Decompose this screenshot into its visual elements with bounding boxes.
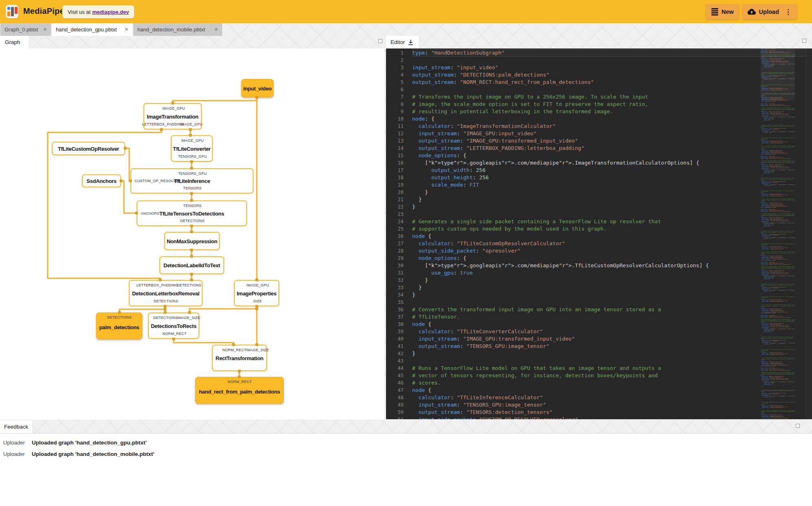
code-line-26[interactable]: 26node { xyxy=(386,233,812,240)
expand-graph-panel-icon[interactable] xyxy=(378,39,382,43)
code-line-9[interactable]: 9# resulting in potential letterboxing i… xyxy=(386,108,812,115)
code-line-15[interactable]: 15 node_options: { xyxy=(386,152,812,159)
code-line-44[interactable]: 44# Runs a TensorFlow Lite model on GPU … xyxy=(386,365,812,372)
code-line-5[interactable]: 5output_stream: "NORM_RECT:hand_rect_fro… xyxy=(386,79,812,86)
code-line-37[interactable]: 37# TfLiteTensor. xyxy=(386,313,812,321)
graph-canvas[interactable]: input_videoIMAGE_GPULETTERBOX_PADDINGIMA… xyxy=(0,48,384,420)
node-label: RectTransformation xyxy=(213,355,266,361)
graph-node-ImageProperties[interactable]: IMAGE_GPUSIZEImageProperties xyxy=(234,280,279,306)
kebab-menu-icon[interactable]: ⋮ xyxy=(785,9,792,15)
feedback-source: Uploader xyxy=(0,440,29,446)
expand-editor-panel-icon[interactable] xyxy=(802,39,806,43)
code-line-33[interactable]: 33 } xyxy=(386,284,812,291)
code-line-36[interactable]: 36# Converts the transformed input image… xyxy=(386,306,812,313)
code-line-48[interactable]: 48 calculator: "TfLiteInferenceCalculato… xyxy=(386,394,812,401)
code-line-35[interactable]: 35 xyxy=(386,299,812,306)
code-line-45[interactable]: 45# vector of tensors representing, for … xyxy=(386,372,812,379)
code-line-43[interactable]: 43 xyxy=(386,357,812,365)
tab-hand-detection-gpu-pbtxt[interactable]: hand_detection_gpu.pbtxt ✕ xyxy=(52,23,132,36)
code-line-8[interactable]: 8# image, the scale_mode option is set t… xyxy=(386,101,812,108)
code-line-14[interactable]: 14 output_stream: "LETTERBOX_PADDING:let… xyxy=(386,145,812,152)
code-line-50[interactable]: 50 output_stream: "TENSORS:detection_ten… xyxy=(386,409,812,416)
code-line-51[interactable]: 51 input_side_packet: "CUSTOM_OP_RESOLVE… xyxy=(386,416,812,419)
code-line-34[interactable]: 34} xyxy=(386,291,812,299)
port-label: DETECTIONS xyxy=(153,316,178,320)
code-line-40[interactable]: 40 input_stream: "IMAGE_GPU:transformed_… xyxy=(386,335,812,343)
editor-scrollbar[interactable] xyxy=(806,48,812,419)
tab-editor[interactable]: Editor xyxy=(386,36,419,48)
code-line-11[interactable]: 11 calculator: "ImageTransformationCalcu… xyxy=(386,123,812,130)
graph-node-DetectionLetterboxRemoval[interactable]: LETTERBOX_PADDINGDETECTIONSDETECTIONSDet… xyxy=(129,280,203,306)
code-line-28[interactable]: 28 output_side_packet: "opresolver" xyxy=(386,247,812,255)
graph-node-TfLiteInference[interactable]: TENSORS_GPUTENSORSCUSTOM_OP_RESOLVERTfLi… xyxy=(130,168,254,194)
graph-node-input_video[interactable]: input_video xyxy=(241,79,274,97)
graph-node-hand_rect_from_palm_detections[interactable]: NORM_RECThand_rect_from_palm_detections xyxy=(195,377,284,404)
upload-button[interactable]: Upload ⋮ xyxy=(742,4,797,20)
code-line-29[interactable]: 29 node_options: { xyxy=(386,255,812,262)
node-label: palm_detections xyxy=(97,324,142,330)
code-line-47[interactable]: 47node { xyxy=(386,387,812,394)
close-icon[interactable]: ✕ xyxy=(121,27,128,32)
tab-graph-view[interactable]: Graph xyxy=(0,36,29,48)
graph-node-TfLiteTensorsToDetections[interactable]: TENSORSDETECTIONSANCHORSTfLiteTensorsToD… xyxy=(137,200,247,226)
code-line-32[interactable]: 32 } xyxy=(386,277,812,284)
port-label: DETECTIONS xyxy=(180,219,205,223)
code-line-23[interactable]: 23 xyxy=(386,211,812,218)
graph-node-ImageTransformation[interactable]: IMAGE_GPULETTERBOX_PADDINGIMAGE_GPUImage… xyxy=(143,103,202,130)
graph-node-DetectionLabelIdToText[interactable]: DetectionLabelIdToText xyxy=(159,256,224,274)
line-number: 14 xyxy=(386,145,412,152)
graph-node-SsdAnchors[interactable]: SsdAnchors xyxy=(82,174,121,187)
code-line-6[interactable]: 6 xyxy=(386,86,812,93)
code-line-41[interactable]: 41 output_stream: "TENSORS_GPU:image_ten… xyxy=(386,343,812,350)
close-icon[interactable]: ✕ xyxy=(210,27,218,32)
code-line-24[interactable]: 24# Generates a single side packet conta… xyxy=(386,218,812,225)
code-text: } xyxy=(412,277,812,284)
line-number: 45 xyxy=(386,372,412,379)
tab-graph-0-pbtxt[interactable]: Graph_0.pbtxt ✕ xyxy=(0,23,51,36)
code-line-18[interactable]: 18 output_height: 256 xyxy=(386,174,812,181)
code-line-42[interactable]: 42} xyxy=(386,350,812,357)
code-line-2[interactable]: 2 xyxy=(386,57,812,64)
code-line-30[interactable]: 30 ["k">type"r">.googleapis"r">.com/medi… xyxy=(386,262,812,269)
new-button[interactable]: New xyxy=(706,4,739,20)
code-editor[interactable]: 1type: "HandDetectionSubgraph"2 3input_s… xyxy=(386,48,812,419)
code-line-16[interactable]: 16 ["k">type"r">.googleapis"r">.com/medi… xyxy=(386,159,812,167)
code-line-49[interactable]: 49 input_stream: "TENSORS_GPU:image_tens… xyxy=(386,401,812,409)
code-line-13[interactable]: 13 output_stream: "IMAGE_GPU:transformed… xyxy=(386,137,812,145)
graph-node-palm_detections[interactable]: DETECTIONSpalm_detections xyxy=(96,312,142,339)
port-label: IMAGE_GPU xyxy=(181,139,203,143)
graph-node-NonMaxSuppression[interactable]: NonMaxSuppression xyxy=(164,232,220,250)
code-line-21[interactable]: 21 } xyxy=(386,196,812,203)
port-label: TENSORS_GPU xyxy=(178,154,207,158)
download-icon[interactable] xyxy=(408,39,414,46)
expand-feedback-panel-icon[interactable] xyxy=(796,424,800,428)
code-line-25[interactable]: 25# supports custom ops needed by the mo… xyxy=(386,225,812,233)
code-line-7[interactable]: 7# Transforms the input image on GPU to … xyxy=(386,93,812,101)
code-line-17[interactable]: 17 output_width: 256 xyxy=(386,167,812,174)
minimap[interactable]: type: "HandDetectionSubgraph" input_stre… xyxy=(761,48,795,419)
code-line-39[interactable]: 39 calculator: "TfLiteConverterCalculato… xyxy=(386,328,812,335)
close-icon[interactable]: ✕ xyxy=(39,27,47,32)
code-line-10[interactable]: 10node: { xyxy=(386,115,812,123)
code-line-4[interactable]: 4output_stream: "DETECTIONS:palm_detecti… xyxy=(386,71,812,79)
code-line-3[interactable]: 3input_stream: "input_video" xyxy=(386,64,812,71)
code-line-38[interactable]: 38node { xyxy=(386,321,812,328)
minimap-viewport[interactable] xyxy=(761,48,795,100)
graph-node-TfLiteConverter[interactable]: IMAGE_GPUTENSORS_GPUTfLiteConverter xyxy=(171,135,213,162)
editor-tab-label: Editor xyxy=(391,39,405,45)
code-line-46[interactable]: 46# scores. xyxy=(386,379,812,387)
code-line-22[interactable]: 22} xyxy=(386,203,812,211)
code-line-31[interactable]: 31 use_gpu: true xyxy=(386,269,812,277)
graph-node-TfLiteCustomOpResolver[interactable]: TfLiteCustomOpResolver xyxy=(52,142,125,155)
graph-node-RectTransformation[interactable]: NORM_RECTIMAGE_SIZERectTransformation xyxy=(212,345,267,371)
code-line-20[interactable]: 20 } xyxy=(386,189,812,196)
code-line-19[interactable]: 19 scale_mode: FIT xyxy=(386,181,812,189)
line-number: 1 xyxy=(386,49,412,57)
code-line-27[interactable]: 27 calculator: "TfLiteCustomOpResolverCa… xyxy=(386,240,812,247)
tab-feedback[interactable]: Feedback xyxy=(0,420,32,433)
mediapipe-dev-link[interactable]: mediapipe.dev xyxy=(92,9,129,15)
code-line-1[interactable]: 1type: "HandDetectionSubgraph" xyxy=(386,49,812,57)
graph-node-DetectionsToRects[interactable]: DETECTIONSIMAGE_SIZENORM_RECTDetectionsT… xyxy=(148,312,199,339)
tab-hand-detection-mobile-pbtxt[interactable]: hand_detection_mobile.pbtxt ✕ xyxy=(133,23,222,36)
code-line-12[interactable]: 12 input_stream: "IMAGE_GPU:input_video" xyxy=(386,130,812,137)
